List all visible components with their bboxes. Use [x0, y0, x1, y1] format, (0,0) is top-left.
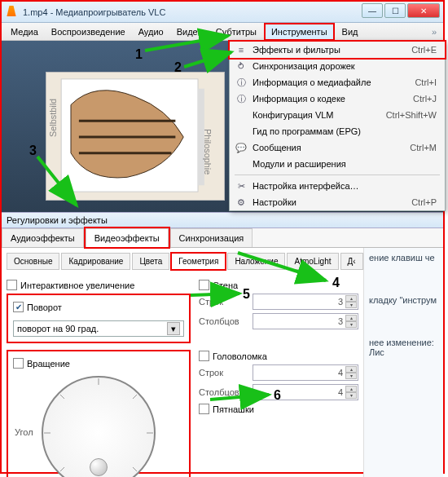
dropdown-label: Конфигурация VLM	[253, 110, 334, 120]
info-icon: ⓘ	[235, 92, 248, 105]
dropdown-shortcut: Ctrl+M	[410, 143, 437, 152]
dropdown-shortcut: Ctrl+Shift+W	[386, 110, 437, 120]
menubar: Медиа Воспроизведение Аудио Видео Субтит…	[2, 23, 443, 41]
svg-line-12	[133, 467, 137, 471]
dropdown-shortcut: Ctrl+J	[413, 94, 437, 104]
row-interactive-zoom: Интерактивное увеличение	[7, 280, 191, 290]
tab-synchronization[interactable]: Синхронизация	[170, 228, 253, 247]
background-page-text: ение клавиш че кладку "инструм нее измен…	[364, 248, 443, 477]
subtab-colors[interactable]: Цвета	[132, 253, 169, 270]
dropdown-separator	[235, 174, 440, 175]
equalizer-icon: ≡	[235, 43, 248, 56]
rotate-label: Поворот	[27, 303, 62, 312]
wall-checkbox[interactable]	[199, 280, 209, 290]
menu-item-track-sync[interactable]: ⥁ Синхронизация дорожек	[230, 58, 445, 74]
menu-item-media-info[interactable]: ⓘ Информация о медиафайле Ctrl+I	[230, 74, 445, 91]
subtab-more[interactable]: Д‹	[340, 253, 363, 270]
wall-rows-spinner[interactable]: 3▴▾	[253, 294, 358, 310]
svg-line-9	[60, 395, 64, 399]
callout-5: 5	[243, 287, 250, 302]
window-close-button[interactable]: ✕	[407, 3, 440, 18]
window-maximize-button[interactable]: ☐	[384, 3, 406, 18]
puzzle-rows-spinner[interactable]: 4▴▾	[253, 364, 358, 381]
dropdown-shortcut: Ctrl+E	[411, 45, 437, 55]
sync-icon: ⥁	[235, 60, 248, 73]
dropdown-label: Информация о кодеке	[253, 94, 345, 104]
menu-tools[interactable]: Инструменты	[264, 23, 335, 41]
menu-media[interactable]: Медиа	[5, 24, 44, 39]
dropdown-label: Синхронизация дорожек	[253, 61, 355, 71]
window-title: 1.mp4 - Медиапроигрыватель VLC	[23, 7, 165, 17]
callout-6: 6	[274, 388, 281, 403]
svg-line-10	[133, 395, 137, 399]
dropdown-label: Эффекты и фильтры	[253, 45, 340, 55]
menu-item-messages[interactable]: 💬 Сообщения Ctrl+M	[230, 139, 445, 156]
gear-icon: ⚙	[235, 196, 248, 209]
dropdown-label: Настройки	[253, 197, 296, 207]
dialog-title: Регулировки и эффекты	[2, 212, 443, 228]
chevron-down-icon: ▾	[167, 322, 180, 335]
menu-item-epg[interactable]: Гид по программам (EPG)	[230, 123, 445, 139]
dial-knob[interactable]	[90, 458, 108, 476]
dropdown-label: Гид по программам (EPG)	[253, 126, 361, 136]
rotate-combo[interactable]: поворот на 90 град. ▾	[13, 320, 184, 337]
callout-1: 1	[135, 47, 143, 62]
subtab-crop[interactable]: Кадрирование	[61, 253, 130, 270]
tools-dropdown: ≡ Эффекты и фильтры Ctrl+E ⥁ Синхронизац…	[229, 41, 446, 211]
menu-item-effects-filters[interactable]: ≡ Эффекты и фильтры Ctrl+E	[230, 42, 445, 58]
menu-more-icon[interactable]: »	[432, 27, 437, 37]
svg-text:Philosophie: Philosophie	[203, 129, 213, 174]
video-frame: Philosophie Selbstbild	[46, 72, 225, 201]
fifteen-label: Пятнашки	[213, 404, 254, 414]
dropdown-shortcut: Ctrl+P	[411, 197, 437, 207]
subtab-overlay[interactable]: Наложение	[227, 253, 285, 270]
info-icon: ⓘ	[235, 76, 248, 89]
menu-item-plugins[interactable]: Модули и расширения	[230, 156, 445, 172]
menu-video[interactable]: Видео	[171, 24, 209, 39]
wall-cols-spinner[interactable]: 3▴▾	[253, 313, 358, 329]
wall-rows-label: Строк	[199, 297, 248, 307]
puzzle-cols-label: Столбцов	[199, 387, 248, 397]
fifteen-checkbox[interactable]	[199, 404, 209, 414]
tab-audio-effects[interactable]: Аудиоэффекты	[2, 228, 84, 247]
rotation-label: Вращение	[27, 359, 70, 369]
callout-4: 4	[332, 276, 340, 290]
subtab-geometry[interactable]: Геометрия	[171, 253, 226, 270]
window-titlebar: 1.mp4 - Медиапроигрыватель VLC — ☐ ✕	[2, 2, 443, 23]
tools-icon: ✂	[235, 179, 248, 192]
wall-label: Стена	[213, 280, 238, 290]
menu-item-codec-info[interactable]: ⓘ Информация о кодеке Ctrl+J	[230, 91, 445, 107]
rotation-checkbox[interactable]	[13, 358, 24, 369]
rotation-dial[interactable]: Угол 0	[37, 372, 160, 477]
menu-subtitles[interactable]: Субтитры	[210, 24, 262, 39]
speech-icon: 💬	[235, 141, 248, 154]
video-thumbnail: Philosophie Selbstbild	[46, 73, 224, 200]
svg-text:Selbstbild: Selbstbild	[48, 99, 58, 137]
rotate-combo-value: поворот на 90 град.	[17, 324, 99, 333]
subtab-basic[interactable]: Основные	[7, 253, 59, 270]
interactive-zoom-label: Интерактивное увеличение	[20, 280, 134, 290]
menu-item-preferences[interactable]: ⚙ Настройки Ctrl+P	[230, 194, 445, 210]
puzzle-checkbox[interactable]	[199, 351, 209, 361]
menu-view[interactable]: Вид	[336, 24, 364, 39]
puzzle-cols-spinner[interactable]: 4▴▾	[253, 384, 358, 400]
dropdown-label: Информация о медиафайле	[253, 77, 371, 87]
tab-video-effects[interactable]: Видеоэффекты	[86, 228, 169, 247]
rotate-checkbox[interactable]: ✔	[13, 302, 24, 312]
interactive-zoom-checkbox[interactable]	[7, 280, 17, 290]
menu-item-vlm-config[interactable]: Конфигурация VLM Ctrl+Shift+W	[230, 107, 445, 123]
menu-item-customize-interface[interactable]: ✂ Настройка интерфейса…	[230, 178, 445, 194]
wall-cols-label: Столбцов	[199, 316, 248, 326]
dropdown-label: Настройка интерфейса…	[253, 181, 359, 191]
menu-playback[interactable]: Воспроизведение	[46, 24, 131, 39]
vlc-cone-icon	[5, 6, 18, 19]
dropdown-label: Сообщения	[253, 143, 301, 152]
dropdown-label: Модули и расширения	[253, 159, 346, 169]
callout-3: 3	[29, 144, 37, 158]
window-minimize-button[interactable]: —	[362, 3, 383, 18]
callout-2: 2	[174, 60, 182, 75]
menu-audio[interactable]: Аудио	[133, 24, 169, 39]
subtab-atmolight[interactable]: AtmoLight	[287, 253, 338, 270]
svg-line-11	[60, 467, 64, 471]
main-tabs: Аудиоэффекты Видеоэффекты Синхронизация	[2, 228, 443, 248]
